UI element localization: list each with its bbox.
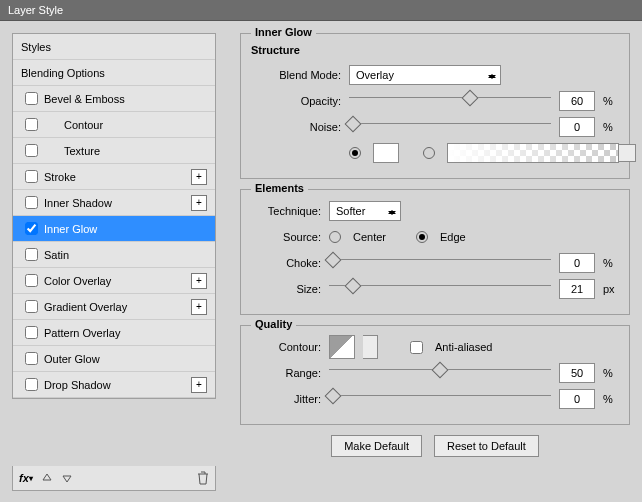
make-default-button[interactable]: Make Default: [331, 435, 422, 457]
source-label: Source:: [251, 231, 321, 243]
jitter-slider[interactable]: [329, 395, 551, 410]
sidebar-item-satin[interactable]: Satin: [13, 242, 215, 268]
sidebar-item-label: Stroke: [44, 171, 191, 183]
range-value[interactable]: 50: [559, 363, 595, 383]
blend-mode-value: Overlay: [356, 69, 394, 81]
sidebar-item-bevel-emboss[interactable]: Bevel & Emboss: [13, 86, 215, 112]
source-row: Source: Center Edge: [251, 224, 619, 250]
down-arrow-icon[interactable]: [61, 472, 73, 484]
gradient-swatch[interactable]: [447, 143, 619, 163]
styles-list: Styles Blending Options Bevel & EmbossCo…: [12, 33, 216, 399]
contour-label: Contour:: [251, 341, 321, 353]
size-row: Size: 21 px: [251, 276, 619, 302]
color-source-row: [251, 140, 619, 166]
add-style-icon[interactable]: +: [191, 299, 207, 315]
noise-value[interactable]: 0: [559, 117, 595, 137]
sidebar-item-inner-shadow[interactable]: Inner Shadow+: [13, 190, 215, 216]
contour-row: Contour: Anti-aliased: [251, 334, 619, 360]
sidebar-item-pattern-overlay[interactable]: Pattern Overlay: [13, 320, 215, 346]
sidebar-item-stroke[interactable]: Stroke+: [13, 164, 215, 190]
sidebar-item-contour[interactable]: Contour: [13, 112, 215, 138]
jitter-row: Jitter: 0 %: [251, 386, 619, 412]
technique-value: Softer: [336, 205, 365, 217]
sidebar-item-gradient-overlay[interactable]: Gradient Overlay+: [13, 294, 215, 320]
style-checkbox[interactable]: [25, 196, 38, 209]
style-checkbox[interactable]: [25, 378, 38, 391]
add-style-icon[interactable]: +: [191, 169, 207, 185]
technique-row: Technique: Softer: [251, 198, 619, 224]
source-center-label: Center: [353, 231, 386, 243]
blend-mode-row: Blend Mode: Overlay: [251, 62, 619, 88]
anti-aliased-label: Anti-aliased: [435, 341, 492, 353]
style-checkbox[interactable]: [25, 300, 38, 313]
panel-title: Inner Glow: [251, 26, 316, 38]
right-column: Inner Glow Structure Blend Mode: Overlay…: [240, 33, 630, 491]
opacity-unit: %: [603, 95, 619, 107]
jitter-unit: %: [603, 393, 619, 405]
contour-dropdown[interactable]: [363, 335, 378, 359]
opacity-label: Opacity:: [251, 95, 341, 107]
styles-header[interactable]: Styles: [13, 34, 215, 60]
style-checkbox[interactable]: [25, 274, 38, 287]
source-edge-radio[interactable]: [416, 231, 428, 243]
gradient-radio[interactable]: [423, 147, 435, 159]
blend-mode-select[interactable]: Overlay: [349, 65, 501, 85]
sidebar-item-outer-glow[interactable]: Outer Glow: [13, 346, 215, 372]
choke-slider[interactable]: [329, 259, 551, 274]
styles-header-label: Styles: [21, 41, 207, 53]
size-value[interactable]: 21: [559, 279, 595, 299]
opacity-value[interactable]: 60: [559, 91, 595, 111]
anti-aliased-checkbox[interactable]: [410, 341, 423, 354]
up-arrow-icon[interactable]: [41, 472, 53, 484]
jitter-label: Jitter:: [251, 393, 321, 405]
sidebar-item-color-overlay[interactable]: Color Overlay+: [13, 268, 215, 294]
sidebar-item-label: Drop Shadow: [44, 379, 191, 391]
contour-picker[interactable]: [329, 335, 355, 359]
blending-header-label: Blending Options: [21, 67, 207, 79]
style-checkbox[interactable]: [25, 248, 38, 261]
inner-glow-group: Inner Glow Structure Blend Mode: Overlay…: [240, 33, 630, 179]
jitter-value[interactable]: 0: [559, 389, 595, 409]
source-edge-label: Edge: [440, 231, 466, 243]
opacity-row: Opacity: 60 %: [251, 88, 619, 114]
style-checkbox[interactable]: [25, 352, 38, 365]
technique-select[interactable]: Softer: [329, 201, 401, 221]
noise-row: Noise: 0 %: [251, 114, 619, 140]
choke-value[interactable]: 0: [559, 253, 595, 273]
blending-options-header[interactable]: Blending Options: [13, 60, 215, 86]
sidebar-item-texture[interactable]: Texture: [13, 138, 215, 164]
sidebar-item-label: Texture: [64, 145, 207, 157]
trash-icon[interactable]: [197, 471, 209, 485]
sidebar-item-label: Gradient Overlay: [44, 301, 191, 313]
add-style-icon[interactable]: +: [191, 273, 207, 289]
style-checkbox[interactable]: [25, 222, 38, 235]
style-checkbox[interactable]: [25, 92, 38, 105]
quality-title: Quality: [251, 318, 296, 330]
sidebar-item-label: Contour: [64, 119, 207, 131]
opacity-slider[interactable]: [349, 97, 551, 112]
window-title-bar: Layer Style: [0, 0, 642, 21]
range-slider[interactable]: [329, 369, 551, 384]
size-slider[interactable]: [329, 285, 551, 300]
choke-unit: %: [603, 257, 619, 269]
dialog-body: Styles Blending Options Bevel & EmbossCo…: [0, 21, 642, 502]
style-checkbox[interactable]: [25, 326, 38, 339]
solid-color-swatch[interactable]: [373, 143, 399, 163]
reset-default-button[interactable]: Reset to Default: [434, 435, 539, 457]
source-center-radio[interactable]: [329, 231, 341, 243]
solid-color-radio[interactable]: [349, 147, 361, 159]
footer-buttons: Make Default Reset to Default: [240, 435, 630, 457]
sidebar-item-label: Bevel & Emboss: [44, 93, 207, 105]
style-checkbox[interactable]: [25, 118, 38, 131]
add-style-icon[interactable]: +: [191, 195, 207, 211]
sidebar-item-drop-shadow[interactable]: Drop Shadow+: [13, 372, 215, 398]
style-checkbox[interactable]: [25, 170, 38, 183]
sidebar-item-inner-glow[interactable]: Inner Glow: [13, 216, 215, 242]
noise-unit: %: [603, 121, 619, 133]
sidebar-item-label: Pattern Overlay: [44, 327, 207, 339]
range-row: Range: 50 %: [251, 360, 619, 386]
noise-slider[interactable]: [349, 123, 551, 138]
fx-icon[interactable]: fx▾: [19, 472, 33, 484]
add-style-icon[interactable]: +: [191, 377, 207, 393]
style-checkbox[interactable]: [25, 144, 38, 157]
